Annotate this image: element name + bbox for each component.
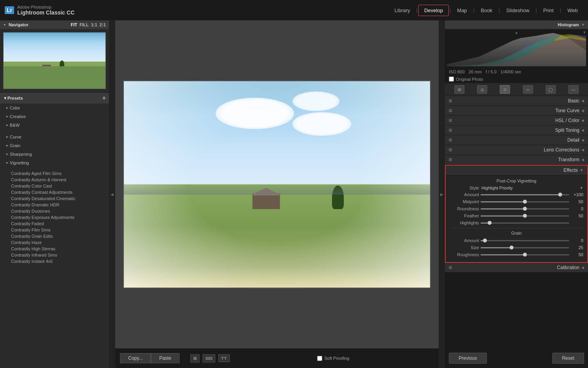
red-eye-icon[interactable]: ⊙ [500, 85, 510, 94]
preset-group-grain-header[interactable]: ▶ Grain [0, 142, 109, 149]
roundness-slider-thumb[interactable] [523, 207, 527, 211]
spot-removal-icon[interactable]: ◎ [477, 85, 487, 94]
list-item[interactable]: Contrastly Contrast Adjustments [0, 189, 109, 195]
effects-header[interactable]: Effects ▼ [446, 166, 587, 175]
highlights-slider[interactable] [481, 220, 569, 226]
adjustment-brush-icon[interactable]: — [568, 85, 579, 94]
preset-divider-2 [0, 167, 109, 170]
preset-group-vignetting-header[interactable]: ▶ Vignetting [0, 159, 109, 166]
original-photo-checkbox[interactable] [449, 77, 454, 82]
preset-group-creative-header[interactable]: ▶ Creative [0, 113, 109, 120]
list-item[interactable]: Contrastly Faded [0, 220, 109, 227]
preset-group-bw-header[interactable]: ▶ B&W [0, 122, 109, 129]
radial-filter-icon[interactable]: ◯ [546, 85, 556, 94]
grain-amount-slider-thumb[interactable] [483, 239, 487, 242]
amount-slider[interactable] [481, 192, 569, 197]
grain-size-slider[interactable] [481, 245, 569, 250]
copy-button[interactable]: Copy... [120, 353, 151, 363]
basic-header[interactable]: Basic ◀ [445, 96, 588, 106]
presets-add-button[interactable]: + [102, 95, 106, 102]
tone-curve-header[interactable]: Tone Curve ◀ [445, 106, 588, 115]
zoom-fit[interactable]: FIT [71, 22, 77, 27]
midpoint-slider[interactable] [481, 199, 569, 204]
copy-paste-area: Copy... Paste [120, 353, 180, 363]
photo-canvas[interactable] [123, 80, 431, 288]
top-nav: Lr Adobe Photoshop Lightroom Classic CC … [0, 0, 588, 20]
split-toning-header[interactable]: Split Toning ◀ [445, 126, 588, 135]
nav-book[interactable]: Book [475, 5, 498, 16]
list-item[interactable]: Contrastly High Sierras [0, 246, 109, 252]
zoom-fill[interactable]: FILL [80, 22, 89, 27]
list-item[interactable]: Contrastly Grain Edits [0, 233, 109, 239]
filmstrip-view-btn[interactable]: ⊞ [191, 354, 200, 363]
nav-web[interactable]: Web [562, 5, 584, 16]
feather-slider[interactable] [481, 213, 569, 219]
transform-header[interactable]: Transform ◀ [445, 155, 588, 164]
previous-button[interactable]: Previous [449, 353, 487, 364]
hist-down-arrow[interactable]: ▼ [583, 30, 586, 35]
list-item[interactable]: Contrastly Color Cast [0, 183, 109, 189]
calibration-header[interactable]: Calibration ◀ [445, 263, 588, 272]
nav-library[interactable]: Library [389, 5, 416, 16]
preset-group-curve-header[interactable]: ▶ Curve [0, 133, 109, 140]
preset-group-sharpening-header[interactable]: ▶ Sharpening [0, 151, 109, 158]
list-item[interactable]: Contrastly Aged Film Sims [0, 170, 109, 177]
list-item[interactable]: Contrastly Infrared Sims [0, 252, 109, 258]
grain-size-slider-thumb[interactable] [510, 246, 514, 250]
list-item[interactable]: Contrastly Haze [0, 239, 109, 246]
list-item[interactable]: Contrastly Exposure Adjustments [0, 214, 109, 220]
nav-print[interactable]: Print [538, 5, 559, 16]
tone-curve-section: Tone Curve ◀ [445, 106, 588, 116]
filmstrip-grid-btn[interactable]: ⊟⊟ [203, 354, 215, 363]
lens-corrections-header[interactable]: Lens Corrections ◀ [445, 145, 588, 155]
paste-button[interactable]: Paste [151, 353, 180, 363]
soft-proofing-checkbox[interactable] [317, 356, 322, 361]
zoom-2-1[interactable]: 2:1 [100, 22, 106, 27]
feather-slider-thumb[interactable] [523, 214, 527, 218]
list-item[interactable]: Contrastly Instant 4x5 [0, 258, 109, 264]
post-crop-vignetting-title: Post-Crop Vignetting [450, 179, 583, 183]
crop-tool-icon[interactable]: ⊞ [454, 85, 465, 94]
right-collapse-tab[interactable]: ▶ [439, 20, 445, 368]
detail-enable-dot [449, 138, 452, 142]
grain-amount-slider[interactable] [481, 238, 569, 243]
list-item[interactable]: Contrastly Film Sims [0, 227, 109, 233]
style-value[interactable]: Highlight Priority [481, 186, 579, 190]
navigator-header[interactable]: ▼ Navigator FIT FILL 1:1 2:1 [0, 20, 109, 29]
nav-map[interactable]: Map [452, 5, 472, 16]
highlights-slider-thumb[interactable] [488, 221, 492, 225]
hist-up-arrow[interactable]: ▲ [515, 30, 519, 35]
presets-title: Presets [7, 96, 23, 100]
detail-header[interactable]: Detail ◀ [445, 135, 588, 145]
list-item[interactable]: Contrastly Desaturated Cinematic [0, 195, 109, 202]
nav-develop[interactable]: Develop [418, 5, 449, 16]
presets-header[interactable]: ▼ Presets + [0, 93, 109, 104]
list-item[interactable]: Contrastly Autumn & Harvest [0, 177, 109, 183]
color-group-label: Color [10, 106, 20, 110]
nav-slideshow[interactable]: Slideshow [501, 5, 535, 16]
grain-roughness-slider-thumb[interactable] [523, 253, 527, 257]
list-item[interactable]: Contrastly Duotones [0, 208, 109, 214]
highlights-label: Highlights [450, 220, 479, 225]
midpoint-slider-thumb[interactable] [523, 200, 527, 204]
roundness-slider-fill [481, 208, 525, 210]
style-dropdown-icon[interactable]: ▼ [580, 186, 583, 190]
soft-proofing-label: Soft Proofing [324, 356, 349, 361]
preset-group-grain: ▶ Grain [0, 141, 109, 150]
roundness-slider[interactable] [481, 206, 569, 211]
list-item[interactable]: Contrastly Dramatic HDR [0, 202, 109, 208]
graduated-filter-icon[interactable]: ▭ [523, 85, 533, 94]
histogram-header[interactable]: Histogram ▼ [445, 20, 588, 29]
amount-slider-thumb[interactable] [558, 193, 562, 197]
reset-button[interactable]: Reset [552, 353, 584, 364]
zoom-1-1[interactable]: 1:1 [91, 22, 97, 27]
filmstrip-date-btn[interactable]: YY [218, 354, 230, 362]
sharpening-group-icon: ▶ [6, 153, 8, 156]
photo-area[interactable] [115, 20, 439, 348]
left-collapse-tab[interactable]: ◀ [109, 20, 115, 368]
grain-divider [450, 228, 583, 228]
grain-roughness-slider[interactable] [481, 252, 569, 257]
hsl-header[interactable]: HSL / Color ◀ [445, 116, 588, 125]
preset-group-color-header[interactable]: ▶ Color [0, 104, 109, 111]
thumb-image[interactable] [3, 32, 106, 89]
